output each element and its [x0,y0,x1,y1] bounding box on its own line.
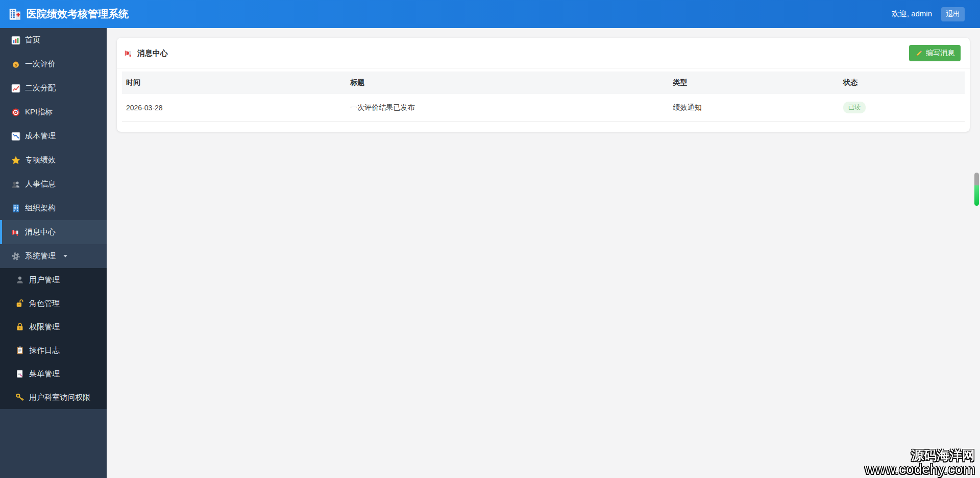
hospital-icon [8,8,21,21]
top-header: 医院绩效考核管理系统 欢迎, admin 退出 [0,0,980,28]
compose-message-button[interactable]: 编写消息 [909,45,961,61]
sidebar-item-kpi[interactable]: KPI指标 [0,100,107,124]
sidebar-item-label: 专项绩效 [25,155,56,165]
cell-time: 2026-03-28 [122,94,346,122]
cell-type: 绩效通知 [669,94,839,122]
sidebar-item-message-center[interactable]: 消息中心 [0,220,107,244]
sidebar-item-label: 组织架构 [25,203,56,213]
people-icon [11,180,20,189]
sidebar-item-label: 一次评价 [25,59,56,69]
chart-up-icon [11,84,20,93]
sidebar-subitem-menu-management[interactable]: 菜单管理 [0,362,107,386]
sidebar-item-label: KPI指标 [25,107,53,117]
memo-icon [15,369,24,378]
target-icon [11,108,20,117]
message-table-wrap: 时间 标题 类型 状态 2026-03-28 一次评价结果已发布 绩效通知 [117,68,970,132]
page-title: 消息中心 [137,49,168,58]
sidebar-item-label: 首页 [25,35,40,45]
sidebar-item-label: 系统管理 [25,251,56,261]
sidebar-item-label: 成本管理 [25,131,56,141]
user-icon [15,275,24,284]
sidebar-subitem-role-management[interactable]: 角色管理 [0,292,107,315]
sidebar-item-home[interactable]: 首页 [0,28,107,52]
column-header-title: 标题 [346,71,669,94]
pencil-icon [915,50,923,57]
sidebar-item-label: 二次分配 [25,83,56,93]
star-icon [11,156,20,165]
megaphone-icon [11,228,20,237]
scrollbar-thumb[interactable] [974,173,979,206]
logout-button[interactable]: 退出 [941,7,965,21]
scrollbar-thumb-green [974,185,979,206]
system-management-submenu: 用户管理 角色管理 [0,268,107,409]
building-icon [11,204,20,213]
svg-text:$: $ [15,63,17,67]
clipboard-icon [15,346,24,355]
gear-icon [11,252,20,261]
compose-message-label: 编写消息 [926,49,954,58]
unlock-icon [15,299,24,308]
sidebar-subitem-permission-management[interactable]: 权限管理 [0,315,107,339]
app-brand: 医院绩效考核管理系统 [8,7,129,21]
sidebar-subitem-label: 权限管理 [29,322,60,332]
sidebar-item-system-management[interactable]: 系统管理 [0,244,107,268]
welcome-text: 欢迎, admin [892,9,932,19]
card-header: 消息中心 编写消息 [117,38,970,68]
main-content: 消息中心 编写消息 [107,28,980,478]
status-badge: 已读 [843,102,866,113]
cell-title: 一次评价结果已发布 [346,94,669,122]
watermark-site-url: www.codehy.com [865,462,975,477]
sidebar-item-cost[interactable]: 成本管理 [0,124,107,148]
watermark: 源码海洋网 www.codehy.com [865,448,975,477]
sidebar-subitem-label: 用户管理 [29,275,60,285]
sidebar-item-label: 人事信息 [25,179,56,189]
caret-down-icon [63,255,67,257]
table-row[interactable]: 2026-03-28 一次评价结果已发布 绩效通知 已读 [122,94,965,122]
sidebar-subitem-user-dept-access[interactable]: 用户科室访问权限 [0,386,107,409]
money-bag-icon: $ [11,60,20,69]
sidebar-item-org-structure[interactable]: 组织架构 [0,196,107,220]
table-header-row: 时间 标题 类型 状态 [122,71,965,94]
message-table: 时间 标题 类型 状态 2026-03-28 一次评价结果已发布 绩效通知 [122,71,965,122]
column-header-type: 类型 [669,71,839,94]
sidebar-subitem-label: 用户科室访问权限 [29,393,90,402]
key-icon [15,393,24,402]
bar-chart-icon [11,36,20,45]
scrollbar-thumb-gray [974,173,979,185]
chart-down-icon [11,132,20,141]
column-header-status: 状态 [839,71,965,94]
sidebar: 首页 $ 一次评价 二次分配 [0,28,107,478]
sidebar-subitem-operation-log[interactable]: 操作日志 [0,339,107,362]
sidebar-subitem-label: 角色管理 [29,299,60,308]
app-title: 医院绩效考核管理系统 [27,7,129,21]
sidebar-item-label: 消息中心 [25,227,56,237]
sidebar-subitem-label: 菜单管理 [29,369,60,379]
sidebar-item-hr-info[interactable]: 人事信息 [0,172,107,196]
sidebar-item-secondary-distribution[interactable]: 二次分配 [0,76,107,100]
sidebar-item-primary-evaluation[interactable]: $ 一次评价 [0,52,107,76]
sidebar-subitem-user-management[interactable]: 用户管理 [0,268,107,292]
sidebar-subitem-label: 操作日志 [29,346,60,355]
cell-status: 已读 [839,94,965,122]
message-center-card: 消息中心 编写消息 [117,38,970,132]
watermark-site-name: 源码海洋网 [865,448,975,462]
lock-icon [15,322,24,331]
sidebar-item-special-performance[interactable]: 专项绩效 [0,148,107,172]
card-title: 消息中心 [124,49,168,58]
megaphone-icon [124,49,133,58]
column-header-time: 时间 [122,71,346,94]
